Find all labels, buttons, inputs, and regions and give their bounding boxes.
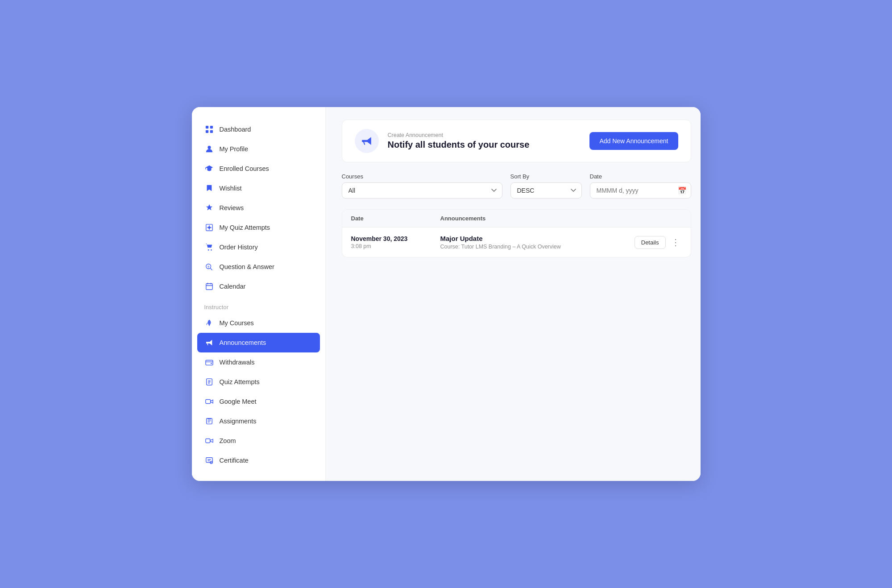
app-container: Dashboard My Profile Enrolled Courses bbox=[192, 107, 701, 481]
sidebar-label-quiz-attempts: Quiz Attempts bbox=[220, 378, 260, 385]
svg-rect-0 bbox=[205, 126, 208, 128]
sidebar-item-order-history[interactable]: Order History bbox=[192, 237, 325, 257]
sidebar-label-dashboard: Dashboard bbox=[220, 126, 251, 133]
table-cell-actions: Details ⋮ bbox=[635, 236, 682, 249]
svg-rect-12 bbox=[205, 360, 212, 365]
row-announcement-course: Course: Tutor LMS Branding – A Quick Ove… bbox=[440, 244, 635, 250]
megaphone-icon bbox=[204, 338, 214, 348]
table-header: Date Announcements bbox=[342, 210, 691, 228]
row-time: 3:08 pm bbox=[351, 243, 440, 249]
calendar-icon bbox=[204, 282, 214, 291]
quiz2-icon bbox=[204, 377, 214, 387]
instructor-section-label: Instructor bbox=[192, 296, 325, 313]
grad-cap-icon bbox=[204, 164, 214, 174]
row-announcement-title: Major Update bbox=[440, 235, 635, 242]
svg-rect-17 bbox=[205, 439, 210, 443]
main-content: Create Announcement Notify all students … bbox=[326, 107, 701, 481]
sidebar-label-enrolled-courses: Enrolled Courses bbox=[220, 165, 269, 172]
date-input[interactable] bbox=[590, 182, 691, 199]
qa-icon: ? bbox=[204, 262, 214, 272]
announcements-table: Date Announcements November 30, 2023 3:0… bbox=[342, 209, 691, 257]
courses-filter-group: Courses All bbox=[342, 173, 502, 199]
star-icon bbox=[204, 203, 214, 213]
sidebar-item-question-answer[interactable]: ? Question & Answer bbox=[192, 257, 325, 277]
dashboard-icon bbox=[204, 124, 214, 134]
svg-rect-3 bbox=[210, 130, 212, 133]
sidebar-label-my-courses: My Courses bbox=[220, 319, 254, 327]
sidebar-item-reviews[interactable]: Reviews bbox=[192, 198, 325, 218]
svg-point-7 bbox=[207, 249, 209, 251]
date-filter-group: Date 📅 bbox=[590, 173, 691, 199]
sidebar-label-calendar: Calendar bbox=[220, 283, 246, 290]
table-header-date: Date bbox=[351, 215, 440, 222]
sidebar-item-calendar[interactable]: Calendar bbox=[192, 277, 325, 296]
sidebar-item-assignments[interactable]: Assignments bbox=[192, 411, 325, 431]
sidebar-label-google-meet: Google Meet bbox=[220, 398, 257, 405]
sidebar-item-google-meet[interactable]: Google Meet bbox=[192, 392, 325, 411]
row-date: November 30, 2023 bbox=[351, 235, 440, 242]
announcement-banner: Create Announcement Notify all students … bbox=[342, 120, 691, 162]
filter-bar: Courses All Sort By DESC ASC Date 📅 bbox=[342, 173, 691, 199]
details-button[interactable]: Details bbox=[635, 236, 666, 249]
video-icon bbox=[204, 397, 214, 406]
sidebar-item-my-quiz-attempts[interactable]: My Quiz Attempts bbox=[192, 218, 325, 237]
sidebar-label-zoom: Zoom bbox=[220, 437, 236, 444]
sidebar-item-my-profile[interactable]: My Profile bbox=[192, 139, 325, 159]
sidebar-label-assignments: Assignments bbox=[220, 418, 257, 425]
cart-icon bbox=[204, 242, 214, 252]
courses-filter-label: Courses bbox=[342, 173, 502, 180]
sidebar-nav: Dashboard My Profile Enrolled Courses bbox=[192, 120, 325, 470]
announcement-banner-text: Create Announcement Notify all students … bbox=[388, 132, 581, 150]
announcement-title: Notify all students of your course bbox=[388, 140, 581, 150]
announcement-subtitle: Create Announcement bbox=[388, 132, 581, 138]
bookmark-icon bbox=[204, 183, 214, 193]
person-icon bbox=[204, 144, 214, 154]
table-header-announcements: Announcements bbox=[440, 215, 682, 222]
rocket-icon bbox=[204, 318, 214, 328]
sidebar-item-announcements[interactable]: Announcements bbox=[197, 333, 320, 352]
table-cell-date: November 30, 2023 3:08 pm bbox=[351, 235, 440, 249]
svg-rect-1 bbox=[210, 126, 212, 128]
megaphone-banner-icon bbox=[361, 135, 373, 147]
cam-icon bbox=[204, 436, 214, 446]
clipboard-icon bbox=[204, 416, 214, 426]
sidebar-label-my-profile: My Profile bbox=[220, 145, 248, 153]
sidebar-item-enrolled-courses[interactable]: Enrolled Courses bbox=[192, 159, 325, 178]
sidebar-item-certificate[interactable]: Certificate bbox=[192, 451, 325, 470]
table-cell-announcement: Major Update Course: Tutor LMS Branding … bbox=[440, 235, 635, 250]
svg-rect-11 bbox=[206, 284, 212, 290]
svg-point-8 bbox=[211, 249, 212, 251]
sidebar-label-my-quiz-attempts: My Quiz Attempts bbox=[220, 224, 270, 231]
table-row: November 30, 2023 3:08 pm Major Update C… bbox=[342, 228, 691, 257]
sortby-filter-label: Sort By bbox=[510, 173, 582, 180]
date-filter-label: Date bbox=[590, 173, 691, 180]
sidebar-item-quiz-attempts[interactable]: Quiz Attempts bbox=[192, 372, 325, 392]
svg-text:?: ? bbox=[207, 265, 209, 269]
add-new-announcement-button[interactable]: Add New Announcement bbox=[589, 132, 678, 150]
svg-rect-18 bbox=[206, 458, 212, 463]
sidebar-label-certificate: Certificate bbox=[220, 457, 249, 464]
cert-icon bbox=[204, 455, 214, 465]
sidebar-label-reviews: Reviews bbox=[220, 204, 244, 211]
more-options-button[interactable]: ⋮ bbox=[669, 238, 682, 247]
sidebar-item-zoom[interactable]: Zoom bbox=[192, 431, 325, 451]
svg-rect-15 bbox=[205, 400, 210, 404]
date-input-wrap: 📅 bbox=[590, 182, 691, 199]
svg-point-13 bbox=[211, 363, 212, 364]
sidebar-item-wishlist[interactable]: Wishlist bbox=[192, 178, 325, 198]
sidebar-item-dashboard[interactable]: Dashboard bbox=[192, 120, 325, 139]
sidebar-label-wishlist: Wishlist bbox=[220, 185, 242, 192]
wallet-icon bbox=[204, 357, 214, 367]
quiz-icon bbox=[204, 223, 214, 232]
sortby-select[interactable]: DESC ASC bbox=[510, 182, 582, 199]
sidebar-label-announcements: Announcements bbox=[220, 339, 266, 346]
sidebar-label-order-history: Order History bbox=[220, 244, 258, 251]
sidebar-label-withdrawals: Withdrawals bbox=[220, 359, 255, 366]
sidebar-label-question-answer: Question & Answer bbox=[220, 263, 274, 270]
announcement-icon-wrap bbox=[355, 129, 379, 153]
sidebar-item-my-courses[interactable]: My Courses bbox=[192, 313, 325, 333]
courses-select[interactable]: All bbox=[342, 182, 502, 199]
sidebar: Dashboard My Profile Enrolled Courses bbox=[192, 107, 326, 481]
sidebar-item-withdrawals[interactable]: Withdrawals bbox=[192, 352, 325, 372]
svg-point-4 bbox=[207, 146, 211, 149]
